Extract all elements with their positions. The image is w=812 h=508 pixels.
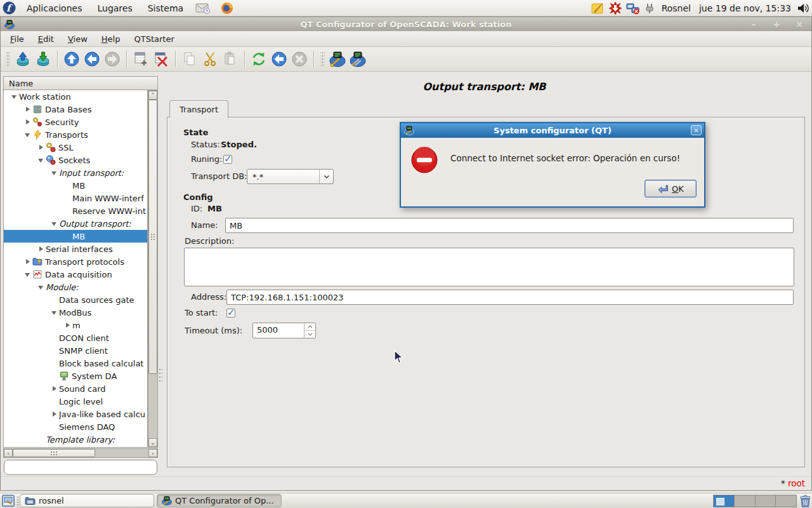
spin-up-icon[interactable] (304, 323, 315, 331)
running-checkbox[interactable] (223, 155, 232, 164)
tree-item-security[interactable]: Security (4, 116, 147, 128)
scroll-right-arrow[interactable]: › (148, 449, 157, 457)
expander-open-icon[interactable] (22, 132, 32, 138)
tree-item-input-transport[interactable]: Input transport: (4, 166, 147, 179)
description-textarea[interactable] (184, 248, 794, 286)
tree-item-block-based-calculat[interactable]: Block based calculat (4, 357, 147, 370)
expander-open-icon[interactable] (36, 284, 46, 290)
updates-alert-icon[interactable] (609, 2, 622, 15)
expander-closed-icon[interactable] (36, 144, 46, 150)
logged-user-label[interactable]: Rosnel (660, 3, 693, 13)
horizontal-scroll-thumb[interactable] (13, 449, 95, 457)
toolbar-drag-handle-2[interactable] (320, 52, 325, 66)
paste-button[interactable] (220, 49, 240, 69)
delete-item-button[interactable] (151, 49, 171, 69)
show-desktop-icon[interactable] (2, 495, 15, 507)
transport-db-select[interactable]: *.* (247, 169, 334, 184)
menu-sistema[interactable]: Sistema (141, 0, 190, 16)
tab-transport[interactable]: Transport (169, 100, 228, 118)
tree-item-logic-level[interactable]: Logic level (4, 395, 147, 408)
tree-item-modbus[interactable]: ModBus (4, 306, 147, 319)
expander-open-icon[interactable] (49, 221, 59, 227)
expander-open-icon[interactable] (49, 170, 59, 176)
notes-icon[interactable] (591, 2, 605, 15)
tree-item-data-bases[interactable]: Data Bases (4, 103, 147, 116)
stop-button[interactable] (289, 49, 310, 69)
tree-item-mb[interactable]: MB (4, 230, 147, 243)
address-input[interactable] (226, 290, 794, 305)
to-start-checkbox[interactable] (226, 309, 235, 318)
ok-button[interactable]: OK (645, 180, 697, 197)
tree-item-main-www-interf[interactable]: Main WWW-interf (4, 192, 147, 204)
expander-closed-icon[interactable] (49, 385, 59, 392)
expander-open-icon[interactable] (36, 157, 46, 163)
tree-item-data-acquisition[interactable]: Data acquisition (4, 268, 147, 281)
openscada-button[interactable] (327, 49, 348, 69)
cut-button[interactable] (200, 49, 220, 69)
scroll-down-arrow[interactable]: ⌄ (148, 438, 157, 447)
tree-filter-input[interactable] (4, 460, 157, 475)
tree-item-template-library[interactable]: Template library: (4, 433, 147, 446)
scroll-left-arrow[interactable]: ‹ (4, 449, 13, 457)
start-button[interactable] (269, 49, 289, 69)
menu-help[interactable]: Help (96, 33, 126, 45)
forward-button[interactable] (102, 49, 122, 69)
tree-item-m[interactable]: m (4, 319, 147, 331)
taskbar-item-qt-configurator[interactable]: QT Configurator of Op... (157, 494, 282, 507)
expander-closed-icon[interactable] (22, 106, 32, 112)
tree-item-sockets[interactable]: Sockets (4, 154, 147, 166)
fedora-menu-icon[interactable]: f (3, 1, 16, 15)
window-titlebar[interactable]: QT Configurator of OpenSCADA: Work stati… (1, 17, 811, 31)
add-item-button[interactable] (131, 49, 151, 69)
back-button[interactable] (82, 49, 102, 69)
dialog-titlebar[interactable]: System configurator (QT) ✕ (401, 123, 704, 138)
menu-view[interactable]: View (62, 33, 93, 45)
workspace-4[interactable] (776, 495, 796, 507)
tree-item-siemens-daq[interactable]: Siemens DAQ (4, 420, 147, 433)
panel-splitter-handle[interactable] (159, 368, 162, 384)
expander-open-icon[interactable] (9, 94, 19, 100)
close-button[interactable]: × (792, 18, 806, 30)
toolbar-drag-handle[interactable] (6, 52, 10, 66)
workspace-2[interactable] (735, 495, 756, 507)
menu-lugares[interactable]: Lugares (90, 0, 139, 16)
menu-file[interactable]: File (4, 33, 30, 45)
expander-open-icon[interactable] (22, 272, 32, 277)
tree-item-transport-protocols[interactable]: Transport protocols (4, 255, 147, 268)
tree-item-reserve-www-int[interactable]: Reserve WWW-int (4, 204, 147, 217)
network-offline-icon[interactable] (626, 2, 640, 15)
minimize-button[interactable]: – (747, 18, 761, 30)
workspace-1[interactable] (714, 495, 735, 507)
vertical-scroll-thumb[interactable] (148, 100, 157, 374)
menu-edit[interactable]: Edit (32, 33, 60, 45)
up-level-button[interactable] (62, 49, 82, 69)
scroll-up-arrow[interactable]: ⌃ (148, 91, 157, 100)
expander-open-icon[interactable] (49, 310, 59, 316)
load-button[interactable] (13, 49, 33, 69)
taskbar-item-rosnel[interactable]: rosnel (20, 494, 154, 507)
copy-button[interactable] (180, 49, 200, 69)
menu-aplicaciones[interactable]: Aplicaciones (20, 0, 89, 16)
tree-item-snmp-client[interactable]: SNMP client (4, 344, 147, 357)
timeout-spinbox[interactable]: 5000 (252, 323, 316, 338)
expander-closed-icon[interactable] (22, 258, 32, 265)
tree-vertical-scrollbar[interactable]: ⌃ ⌄ (148, 90, 158, 448)
tree-item-ssl[interactable]: SSL (4, 141, 147, 154)
tree-item-system-da[interactable]: System DA (4, 370, 147, 382)
mail-notification-icon[interactable] (195, 3, 211, 14)
name-input[interactable] (225, 218, 794, 233)
power-plug-icon[interactable] (645, 2, 655, 15)
tree-item-sound-card[interactable]: Sound card (4, 382, 147, 395)
tree-column-header[interactable]: Name (3, 76, 158, 90)
openscada-qtcfg-button[interactable] (348, 49, 368, 69)
tree-item-java-like-based-calcu[interactable]: Java-like based calcu (4, 408, 147, 420)
tree-item-output-transport[interactable]: Output transport: (4, 217, 147, 230)
maximize-button[interactable]: + (769, 18, 783, 30)
expander-closed-icon[interactable] (36, 246, 46, 252)
trash-icon[interactable] (799, 494, 812, 508)
tree-item-serial-interfaces[interactable]: Serial interfaces (4, 243, 147, 255)
save-button[interactable] (33, 49, 53, 69)
tree-horizontal-scrollbar[interactable]: ‹ › (3, 448, 158, 458)
volume-icon[interactable] (797, 3, 809, 14)
expander-closed-icon[interactable] (22, 119, 32, 125)
